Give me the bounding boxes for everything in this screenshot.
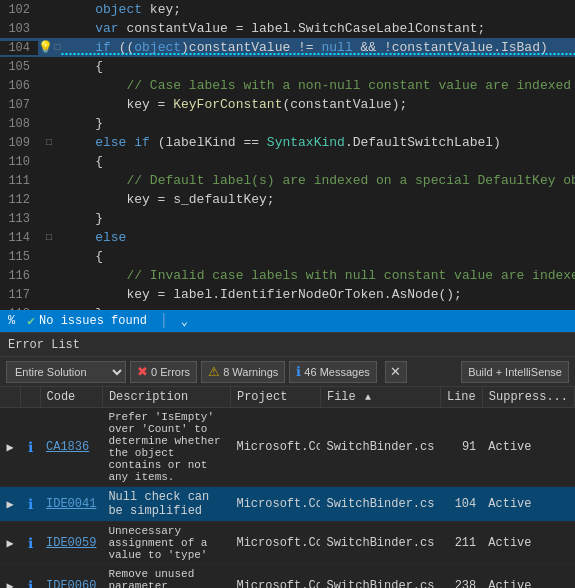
clear-button[interactable]: ✕ bbox=[385, 361, 407, 383]
code-line-116: 116 // Invalid case labels with null con… bbox=[0, 266, 575, 285]
col-header-code[interactable]: Code bbox=[40, 387, 102, 408]
row-code-4[interactable]: IDE0060 bbox=[40, 565, 102, 589]
line-num-116: 116 bbox=[0, 269, 38, 283]
error-icon: ✖ bbox=[137, 364, 148, 379]
code-line-105: 105 { bbox=[0, 57, 575, 76]
row-suppress-4: Active bbox=[482, 565, 574, 589]
error-table: Code Description Project File ▲ Line Sup… bbox=[0, 387, 575, 588]
check-icon: ✔ bbox=[27, 313, 35, 329]
row-expand-1[interactable]: ▶ bbox=[0, 408, 20, 487]
code-content-106: // Case labels with a non-null constant … bbox=[60, 78, 575, 93]
row-code-3[interactable]: IDE0059 bbox=[40, 522, 102, 565]
row-code-1[interactable]: CA1836 bbox=[40, 408, 102, 487]
code-line-110: 110 { bbox=[0, 152, 575, 171]
row-icon-3: ℹ bbox=[20, 522, 40, 565]
row-file-4: SwitchBinder.cs bbox=[320, 565, 440, 589]
line-num-113: 113 bbox=[0, 212, 38, 226]
code-link-2[interactable]: IDE0041 bbox=[46, 497, 96, 511]
code-content-103: var constantValue = label.SwitchCaseLabe… bbox=[60, 21, 575, 36]
col-header-icon bbox=[20, 387, 40, 408]
code-line-104: 104 💡 □ if ((object)constantValue != nul… bbox=[0, 38, 575, 57]
code-lines: 102 object key; 103 var constantValue = … bbox=[0, 0, 575, 310]
sort-arrow-file: ▲ bbox=[365, 392, 371, 403]
row-icon-1: ℹ bbox=[20, 408, 40, 487]
code-content-105: { bbox=[60, 59, 575, 74]
error-list-title: Error List bbox=[8, 338, 80, 352]
code-link-4[interactable]: IDE0060 bbox=[46, 579, 96, 588]
info-row-icon-3: ℹ bbox=[28, 536, 33, 552]
code-content-116: // Invalid case labels with null constan… bbox=[60, 268, 575, 283]
code-line-103: 103 var constantValue = label.SwitchCase… bbox=[0, 19, 575, 38]
bulb-icon[interactable]: 💡 bbox=[38, 40, 53, 55]
line-num-102: 102 bbox=[0, 3, 38, 17]
line-num-103: 103 bbox=[0, 22, 38, 36]
row-expand-4[interactable]: ▶ bbox=[0, 565, 20, 589]
row-expand-3[interactable]: ▶ bbox=[0, 522, 20, 565]
info-row-icon-4: ℹ bbox=[28, 579, 33, 589]
line-num-105: 105 bbox=[0, 60, 38, 74]
scope-select[interactable]: Entire Solution bbox=[6, 361, 126, 383]
code-content-118: } bbox=[60, 306, 575, 310]
row-line-3: 211 bbox=[440, 522, 482, 565]
messages-filter-button[interactable]: ℹ 46 Messages bbox=[289, 361, 376, 383]
build-intellisense-button[interactable]: Build + IntelliSense bbox=[461, 361, 569, 383]
table-row[interactable]: ▶ ℹ IDE0041 Null check can be simplified… bbox=[0, 487, 575, 522]
row-line-1: 91 bbox=[440, 408, 482, 487]
code-line-102: 102 object key; bbox=[0, 0, 575, 19]
code-content-113: } bbox=[60, 211, 575, 226]
code-content-110: { bbox=[60, 154, 575, 169]
error-table-header: Code Description Project File ▲ Line Sup… bbox=[0, 387, 575, 408]
col-header-line[interactable]: Line bbox=[440, 387, 482, 408]
warnings-filter-button[interactable]: ⚠ 8 Warnings bbox=[201, 361, 285, 383]
collapse-icon-114[interactable]: □ bbox=[46, 232, 52, 243]
no-issues-label: No issues found bbox=[39, 314, 147, 328]
code-line-106: 106 // Case labels with a non-null const… bbox=[0, 76, 575, 95]
col-header-project[interactable]: Project bbox=[230, 387, 320, 408]
line-num-104: 104 bbox=[0, 41, 38, 55]
row-project-4: Microsoft.Code... bbox=[230, 565, 320, 589]
row-icon-4: ℹ bbox=[20, 565, 40, 589]
code-content-104: if ((object)constantValue != null && !co… bbox=[60, 40, 575, 55]
code-line-107: 107 key = KeyForConstant(constantValue); bbox=[0, 95, 575, 114]
table-row[interactable]: ▶ ℹ IDE0059 Unnecessary assignment of a … bbox=[0, 522, 575, 565]
row-expand-2[interactable]: ▶ bbox=[0, 487, 20, 522]
line-num-110: 110 bbox=[0, 155, 38, 169]
code-link-3[interactable]: IDE0059 bbox=[46, 536, 96, 550]
row-file-2: SwitchBinder.cs bbox=[320, 487, 440, 522]
table-row[interactable]: ▶ ℹ IDE0060 Remove unused parameter 'sec… bbox=[0, 565, 575, 589]
row-desc-4: Remove unused parameter 'sectionBinder' bbox=[102, 565, 230, 589]
code-content-112: key = s_defaultKey; bbox=[60, 192, 575, 207]
line-num-115: 115 bbox=[0, 250, 38, 264]
row-line-2: 104 bbox=[440, 487, 482, 522]
row-project-3: Microsoft.Code... bbox=[230, 522, 320, 565]
gutter-104[interactable]: 💡 □ bbox=[38, 40, 60, 55]
info-icon: ℹ bbox=[296, 364, 301, 379]
table-row[interactable]: ▶ ℹ CA1836 Prefer 'IsEmpty' over 'Count'… bbox=[0, 408, 575, 487]
col-header-file[interactable]: File ▲ bbox=[320, 387, 440, 408]
errors-filter-button[interactable]: ✖ 0 Errors bbox=[130, 361, 197, 383]
code-content-102: object key; bbox=[60, 2, 575, 17]
info-row-icon-2: ℹ bbox=[28, 497, 33, 513]
line-num-109: 109 bbox=[0, 136, 38, 150]
line-num-112: 112 bbox=[0, 193, 38, 207]
code-line-112: 112 key = s_defaultKey; bbox=[0, 190, 575, 209]
info-row-icon-1: ℹ bbox=[28, 440, 33, 456]
code-content-109: else if (labelKind == SyntaxKind.Default… bbox=[60, 135, 575, 150]
line-num-117: 117 bbox=[0, 288, 38, 302]
code-link-1[interactable]: CA1836 bbox=[46, 440, 89, 454]
row-code-2[interactable]: IDE0041 bbox=[40, 487, 102, 522]
row-line-4: 238 bbox=[440, 565, 482, 589]
zoom-level[interactable]: % bbox=[8, 314, 15, 328]
collapse-icon-109[interactable]: □ bbox=[46, 137, 52, 148]
row-desc-1: Prefer 'IsEmpty' over 'Count' to determi… bbox=[102, 408, 230, 487]
col-header-description[interactable]: Description bbox=[102, 387, 230, 408]
caret-icon[interactable]: ⌄ bbox=[181, 314, 188, 329]
col-header-suppress[interactable]: Suppress... bbox=[482, 387, 574, 408]
row-suppress-3: Active bbox=[482, 522, 574, 565]
row-suppress-1: Active bbox=[482, 408, 574, 487]
gutter-114[interactable]: □ bbox=[38, 232, 60, 243]
error-table-body: ▶ ℹ CA1836 Prefer 'IsEmpty' over 'Count'… bbox=[0, 408, 575, 589]
gutter-109[interactable]: □ bbox=[38, 137, 60, 148]
line-num-108: 108 bbox=[0, 117, 38, 131]
code-content-115: { bbox=[60, 249, 575, 264]
